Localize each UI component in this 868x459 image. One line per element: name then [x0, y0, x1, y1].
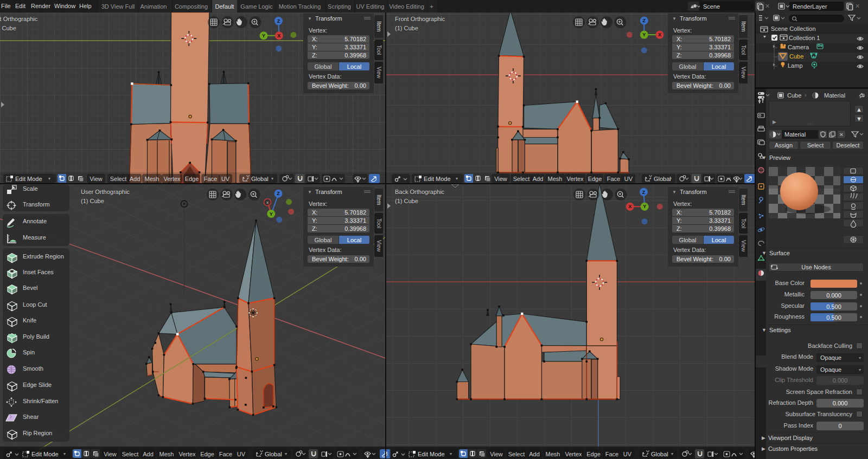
- svg-text:x: x: [266, 200, 269, 205]
- svg-text:Y: Y: [262, 33, 265, 38]
- svg-text:X: X: [628, 204, 631, 209]
- svg-text:Z: Z: [642, 190, 646, 195]
- svg-text:X: X: [277, 33, 280, 38]
- svg-text:Y: Y: [642, 32, 646, 37]
- svg-text:Z: Z: [277, 191, 280, 196]
- svg-text:Z: Z: [643, 18, 646, 23]
- svg-text:X: X: [658, 32, 661, 37]
- svg-text:Y: Y: [270, 211, 273, 217]
- svg-text:Z: Z: [277, 18, 280, 24]
- svg-text:Y: Y: [643, 204, 646, 209]
